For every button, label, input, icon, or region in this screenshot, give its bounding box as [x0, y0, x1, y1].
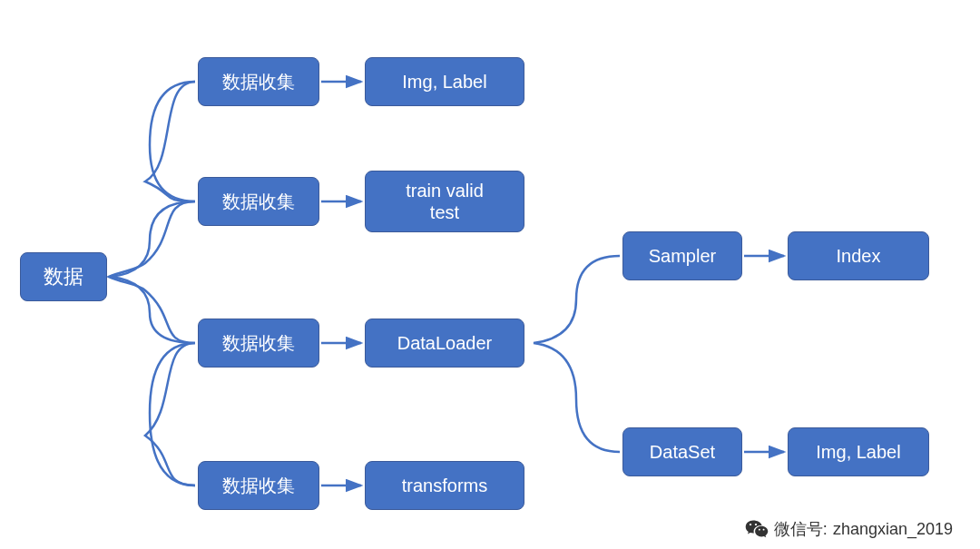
node-l2-d: 数据收集: [198, 461, 319, 510]
node-sampler: Sampler: [622, 231, 742, 280]
node-sampler-leaf: Index: [788, 231, 929, 280]
node-dataset-leaf: Img, Label: [788, 427, 929, 476]
node-l2-d-label: 数据收集: [222, 475, 295, 496]
node-l2-b: 数据收集: [198, 177, 319, 226]
node-l2-a-label: 数据收集: [222, 71, 295, 93]
node-dataset-leaf-label: Img, Label: [816, 441, 900, 463]
node-leaf-a: Img, Label: [365, 57, 524, 106]
node-dataset: DataSet: [622, 427, 742, 476]
node-l2-c-label: 数据收集: [222, 332, 295, 354]
node-leaf-c-label: DataLoader: [397, 332, 493, 354]
node-leaf-c: DataLoader: [365, 319, 524, 368]
node-l2-a: 数据收集: [198, 57, 319, 106]
node-leaf-d-label: transforms: [402, 475, 487, 496]
node-sampler-label: Sampler: [649, 245, 716, 267]
node-leaf-b: train valid test: [365, 171, 524, 232]
node-root: 数据: [20, 252, 107, 301]
brace-root: [109, 82, 195, 485]
brace-dataloader: [534, 256, 620, 452]
wechat-icon: [745, 518, 769, 540]
node-l2-b-label: 数据收集: [222, 191, 295, 212]
watermark-handle: zhangxian_2019: [833, 520, 953, 539]
watermark-prefix: 微信号:: [774, 518, 828, 540]
watermark: 微信号: zhangxian_2019: [745, 518, 953, 540]
node-l2-c: 数据收集: [198, 319, 319, 368]
node-sampler-leaf-label: Index: [837, 245, 881, 267]
brace-root-shape: [111, 82, 195, 485]
node-dataset-label: DataSet: [650, 441, 715, 463]
node-root-label: 数据: [44, 265, 83, 289]
node-leaf-a-label: Img, Label: [402, 71, 486, 93]
node-leaf-d: transforms: [365, 461, 524, 510]
node-leaf-b-label: train valid test: [406, 180, 484, 223]
